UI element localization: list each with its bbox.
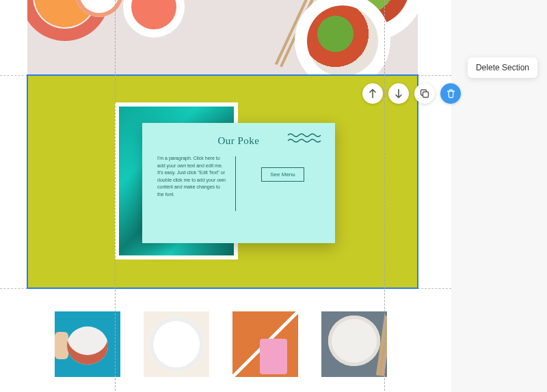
duplicate-button[interactable] — [414, 83, 435, 104]
section-guide — [0, 288, 27, 289]
editor-side-panel: Delete Section — [451, 0, 547, 392]
delete-section-tooltip: Delete Section — [468, 57, 537, 78]
food-bowl-image — [295, 0, 390, 75]
svg-rect-1 — [423, 92, 429, 98]
page: Our Poke I'm a paragraph. Click here to … — [27, 0, 418, 391]
gallery-thumb[interactable] — [144, 311, 209, 377]
selected-section[interactable]: Our Poke I'm a paragraph. Click here to … — [27, 75, 418, 288]
column-guide — [115, 0, 116, 391]
trash-icon — [446, 89, 455, 98]
gallery-thumb[interactable] — [55, 311, 120, 377]
gallery-section[interactable] — [27, 288, 418, 391]
divider — [235, 156, 236, 211]
arrow-down-icon — [395, 89, 403, 98]
food-bowl-image — [123, 0, 185, 38]
hero-image-section[interactable] — [27, 0, 418, 75]
postcard[interactable]: Our Poke I'm a paragraph. Click here to … — [142, 123, 335, 243]
editor-canvas: Our Poke I'm a paragraph. Click here to … — [0, 0, 451, 392]
gallery-thumb[interactable] — [321, 311, 387, 377]
stamp-icon — [287, 132, 321, 146]
see-menu-button[interactable]: See Menu — [261, 167, 304, 182]
section-guide — [418, 75, 451, 76]
move-up-button[interactable] — [362, 83, 383, 104]
section-guide — [418, 288, 451, 289]
duplicate-icon — [420, 89, 429, 98]
card-paragraph[interactable]: I'm a paragraph. Click here to add your … — [157, 155, 226, 198]
section-guide — [0, 75, 27, 76]
arrow-up-icon — [369, 89, 377, 98]
delete-button[interactable] — [440, 83, 461, 104]
card-body: I'm a paragraph. Click here to add your … — [157, 155, 320, 211]
section-actions — [362, 83, 461, 104]
gallery-thumb[interactable] — [232, 311, 298, 377]
column-guide — [384, 0, 385, 391]
move-down-button[interactable] — [388, 83, 409, 104]
